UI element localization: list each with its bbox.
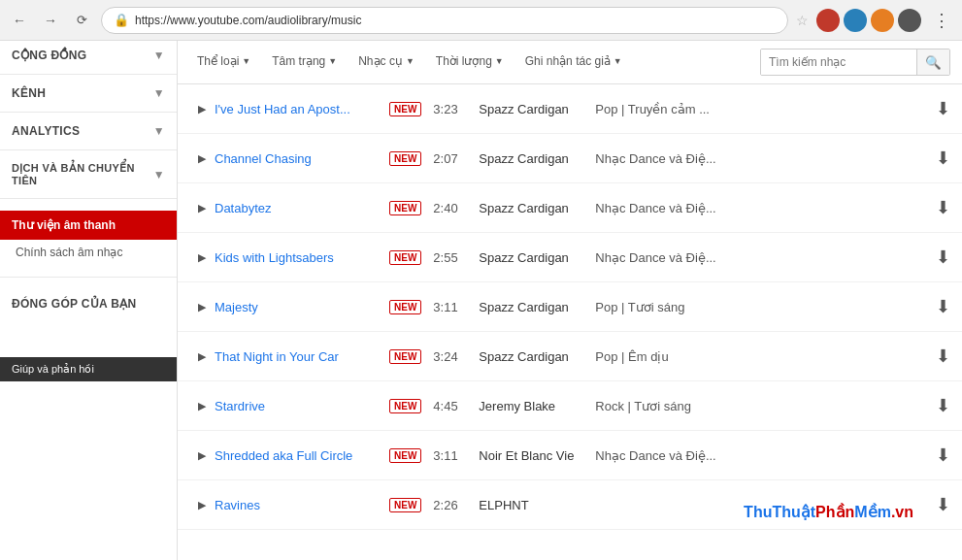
sidebar-item-chinh-sach[interactable]: Chính sách âm nhạc	[0, 240, 177, 265]
divider-1	[0, 74, 177, 75]
track-genre: Nhạc Dance và Điệ...	[595, 448, 731, 463]
table-row[interactable]: ▶ Databytez NEW 2:40 Spazz Cardigan Nhạc…	[178, 183, 962, 233]
track-genre: Nhạc Dance và Điệ...	[595, 201, 731, 215]
download-button[interactable]: ⬇	[936, 445, 950, 466]
download-button[interactable]: ⬇	[936, 346, 950, 367]
play-button[interactable]: ▶	[189, 344, 215, 369]
play-button[interactable]: ▶	[189, 96, 215, 121]
track-artist: ELPHNT	[479, 498, 595, 512]
track-artist: Noir Et Blanc Vie	[479, 448, 595, 463]
browser-chrome: ← → ⟳ 🔒 https://www.youtube.com/audiolib…	[0, 0, 962, 41]
profile-icons	[816, 9, 921, 32]
track-duration: 4:45	[433, 399, 467, 413]
sidebar-item-cong-dong[interactable]: CỘNG ĐỒNG ▼	[0, 41, 177, 70]
track-genre: Pop | Tươi sáng	[595, 300, 731, 314]
music-table: ▶ I've Just Had an Apost... NEW 3:23 Spa…	[178, 84, 962, 560]
chevron-down-icon: ▼	[153, 168, 165, 181]
reload-button[interactable]: ⟳	[70, 9, 93, 32]
track-title: Shredded aka Full Circle	[215, 448, 389, 463]
content-area: Thể loại ▼ Tâm trạng ▼ Nhạc cụ ▼ Thời lư…	[178, 41, 962, 560]
watermark-part1: Thu	[744, 504, 772, 520]
track-genre: Nhạc Dance và Điệ...	[595, 250, 731, 265]
search-input[interactable]	[761, 49, 916, 75]
new-badge: NEW	[389, 349, 421, 364]
forward-button[interactable]: →	[39, 9, 62, 32]
sidebar-footer-help[interactable]: Giúp và phản hồi	[0, 357, 177, 381]
download-button[interactable]: ⬇	[936, 296, 950, 317]
chevron-down-icon: ▼	[153, 86, 165, 100]
divider-2	[0, 112, 177, 113]
table-row[interactable]: ▶ I've Just Had an Apost... NEW 3:23 Spa…	[178, 84, 962, 134]
track-artist: Spazz Cardigan	[479, 300, 595, 314]
play-button[interactable]: ▶	[189, 492, 215, 517]
track-title: I've Just Had an Apost...	[215, 102, 389, 116]
filter-ghi-nhan[interactable]: Ghi nhận tác giả ▼	[517, 50, 630, 74]
filter-the-loai[interactable]: Thể loại ▼	[189, 50, 258, 74]
play-button[interactable]: ▶	[189, 443, 215, 468]
chevron-down-icon: ▼	[406, 56, 415, 66]
sidebar-item-analytics[interactable]: ANALYTICS ▼	[0, 116, 177, 146]
table-row[interactable]: ▶ Shredded aka Full Circle NEW 3:11 Noir…	[178, 431, 962, 480]
download-button[interactable]: ⬇	[936, 494, 950, 515]
sidebar-item-kenh[interactable]: KÊNH ▼	[0, 79, 177, 108]
table-row[interactable]: ▶ Majesty NEW 3:11 Spazz Cardigan Pop | …	[178, 282, 962, 332]
profile-3[interactable]	[871, 9, 894, 32]
back-button[interactable]: ←	[8, 9, 31, 32]
play-button[interactable]: ▶	[189, 245, 215, 270]
download-button[interactable]: ⬇	[936, 98, 950, 119]
table-row-last[interactable]: ▶ Ravines NEW 2:26 ELPHNT ⬇ ThuThuậtPhần…	[178, 480, 962, 530]
filter-thoi-luong[interactable]: Thời lượng ▼	[428, 50, 512, 74]
sidebar-label-kenh: KÊNH	[12, 86, 46, 100]
chevron-down-icon: ▼	[614, 56, 622, 66]
filter-tam-trang[interactable]: Tâm trạng ▼	[264, 50, 345, 74]
menu-icon[interactable]: ⋮	[929, 10, 954, 31]
table-row[interactable]: ▶ Kids with Lightsabers NEW 2:55 Spazz C…	[178, 233, 962, 282]
main-layout: CỘNG ĐỒNG ▼ KÊNH ▼ ANALYTICS ▼ DỊCH VÀ B…	[0, 41, 962, 560]
url-text: https://www.youtube.com/audiolibrary/mus…	[135, 14, 776, 27]
play-button[interactable]: ▶	[189, 294, 215, 319]
track-duration: 3:24	[433, 349, 467, 364]
track-title: Channel Chasing	[215, 151, 389, 166]
track-title: Ravines	[215, 498, 389, 512]
sidebar-item-dong-gop[interactable]: ĐÓNG GÓP CỦA BẠN	[0, 289, 177, 318]
sidebar-label-analytics: ANALYTICS	[12, 124, 80, 138]
chevron-down-icon: ▼	[153, 49, 165, 62]
track-genre: Nhạc Dance và Điệ...	[595, 151, 731, 166]
profile-2[interactable]	[844, 9, 867, 32]
download-button[interactable]: ⬇	[936, 247, 950, 268]
profile-1[interactable]	[816, 9, 840, 32]
watermark-part3: Phần	[815, 504, 854, 520]
filter-thoi-luong-label: Thời lượng	[436, 54, 492, 68]
track-artist: Spazz Cardigan	[479, 151, 595, 166]
track-duration: 3:11	[433, 300, 467, 314]
filter-nhac-cu[interactable]: Nhạc cụ ▼	[350, 50, 422, 74]
sidebar-label-cong-dong: CỘNG ĐỒNG	[12, 49, 86, 62]
sidebar-label-dong-gop: ĐÓNG GÓP CỦA BẠN	[12, 297, 136, 311]
track-title: Stardrive	[215, 399, 389, 413]
profile-4[interactable]	[898, 9, 921, 32]
table-row[interactable]: ▶ That Night in Your Car NEW 3:24 Spazz …	[178, 332, 962, 381]
download-button[interactable]: ⬇	[936, 148, 950, 169]
filter-tam-trang-label: Tâm trạng	[272, 54, 325, 68]
download-button[interactable]: ⬇	[936, 197, 950, 218]
track-title: That Night in Your Car	[215, 349, 389, 364]
bookmark-icon[interactable]: ☆	[796, 13, 809, 28]
address-bar[interactable]: 🔒 https://www.youtube.com/audiolibrary/m…	[101, 7, 788, 34]
divider-3	[0, 149, 177, 150]
sidebar-item-dich[interactable]: DỊCH VÀ BẢN CHUYỂN TIÊN ▼	[0, 154, 177, 194]
table-row[interactable]: ▶ Stardrive NEW 4:45 Jeremy Blake Rock |…	[178, 381, 962, 431]
divider-4	[0, 198, 177, 199]
track-duration: 2:40	[433, 201, 467, 215]
sidebar-item-thu-vien[interactable]: Thư viện âm thanh	[0, 211, 177, 240]
new-badge: NEW	[389, 448, 421, 463]
download-button[interactable]: ⬇	[936, 395, 950, 416]
table-row[interactable]: ▶ Channel Chasing NEW 2:07 Spazz Cardiga…	[178, 134, 962, 183]
track-duration: 2:07	[433, 151, 467, 166]
filter-bar: Thể loại ▼ Tâm trạng ▼ Nhạc cụ ▼ Thời lư…	[178, 41, 962, 84]
play-button[interactable]: ▶	[189, 393, 215, 418]
search-button[interactable]: 🔍	[916, 49, 949, 75]
play-button[interactable]: ▶	[189, 195, 215, 220]
new-badge: NEW	[389, 399, 421, 413]
chevron-down-icon: ▼	[328, 56, 337, 66]
play-button[interactable]: ▶	[189, 146, 215, 171]
